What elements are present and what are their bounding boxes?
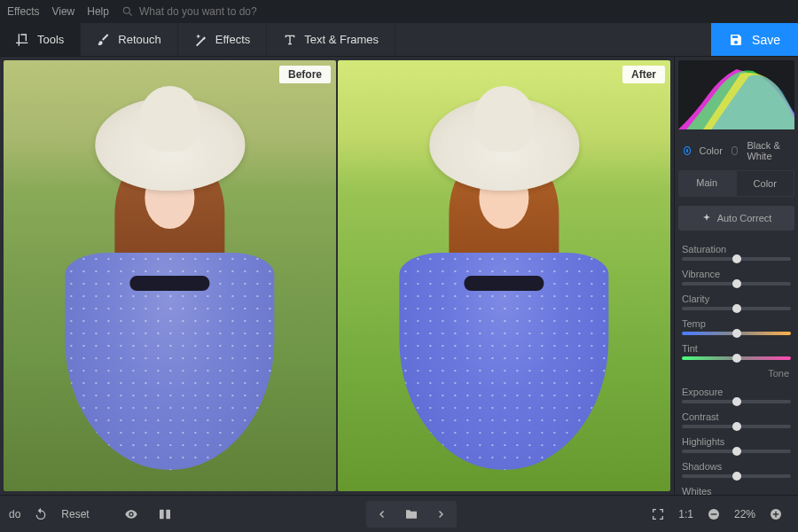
text-icon <box>283 33 297 47</box>
image-before[interactable]: Before <box>4 60 336 491</box>
histogram[interactable] <box>678 60 794 129</box>
undo-button[interactable] <box>27 501 54 528</box>
bottom-bar: do Reset 1:1 22% <box>0 495 798 532</box>
main: Before After Color Black & White Main <box>0 57 798 495</box>
slider-whites-label: Whites <box>682 486 791 495</box>
menu-effects[interactable]: Effects <box>7 5 39 18</box>
wand-icon <box>194 33 208 47</box>
crop-icon <box>16 33 30 47</box>
compare-button[interactable] <box>152 501 178 528</box>
chevron-left-icon <box>374 507 388 521</box>
before-badge: Before <box>279 66 331 83</box>
after-badge: After <box>622 66 665 83</box>
folder-icon <box>404 507 419 521</box>
undo-icon <box>34 507 48 521</box>
svg-rect-3 <box>166 509 170 519</box>
color-mode-row: Color Black & White <box>675 133 798 168</box>
subtabs: Main Color <box>678 170 794 197</box>
eye-icon <box>124 507 138 521</box>
svg-rect-8 <box>775 511 776 517</box>
tab-tools-label: Tools <box>37 33 64 46</box>
menu-bar: Effects View Help <box>0 0 798 23</box>
slider-clarity[interactable]: Clarity <box>682 293 791 310</box>
save-label: Save <box>752 33 780 47</box>
radio-bw-label: Black & White <box>747 140 789 161</box>
radio-bw[interactable] <box>732 146 739 155</box>
tab-retouch-label: Retouch <box>118 33 160 46</box>
save-icon <box>729 33 743 47</box>
svg-rect-5 <box>711 513 717 514</box>
tab-effects-label: Effects <box>215 33 251 46</box>
zoom-out-button[interactable] <box>700 501 727 528</box>
slider-shadows[interactable]: Shadows <box>682 461 791 478</box>
photo-placeholder <box>45 90 294 477</box>
browse-button[interactable] <box>396 501 426 528</box>
zoom-in-button[interactable] <box>763 501 789 528</box>
slider-exposure-label: Exposure <box>682 387 791 397</box>
tab-tools[interactable]: Tools <box>0 23 81 56</box>
nav-group <box>366 501 457 528</box>
undo-label[interactable]: do <box>9 508 20 520</box>
slider-saturation-label: Saturation <box>682 244 791 254</box>
toolbar: Tools Retouch Effects Text & Frames Save <box>0 23 798 57</box>
subtab-main[interactable]: Main <box>678 170 736 197</box>
slider-contrast-label: Contrast <box>682 411 791 422</box>
sidebar: Color Black & White Main Color Auto Corr… <box>674 57 798 495</box>
prev-image-button[interactable] <box>366 501 396 528</box>
slider-shadows-label: Shadows <box>682 461 791 472</box>
slider-highlights-label: Highlights <box>682 436 791 447</box>
search-box <box>121 5 299 18</box>
subtab-color[interactable]: Color <box>736 170 795 197</box>
plus-icon <box>769 507 783 521</box>
histogram-chart <box>678 60 794 129</box>
sparkle-icon <box>701 213 712 223</box>
svg-rect-2 <box>160 509 164 519</box>
chevron-right-icon <box>434 507 449 521</box>
tab-text-frames[interactable]: Text & Frames <box>267 23 395 56</box>
photo-placeholder <box>379 90 629 477</box>
tone-heading: Tone <box>682 368 791 379</box>
compare-icon <box>158 507 172 521</box>
slider-temp[interactable]: Temp <box>682 318 791 335</box>
menu-view[interactable]: View <box>51 5 74 18</box>
tab-effects[interactable]: Effects <box>178 23 268 56</box>
canvas: Before After <box>0 57 674 495</box>
auto-correct-button[interactable]: Auto Correct <box>678 206 794 231</box>
slider-exposure[interactable]: Exposure <box>682 387 791 403</box>
svg-line-1 <box>129 13 132 16</box>
slider-temp-label: Temp <box>682 318 791 329</box>
save-button[interactable]: Save <box>711 23 798 56</box>
slider-saturation[interactable]: Saturation <box>682 244 791 261</box>
image-after[interactable]: After <box>338 60 670 491</box>
sliders-panel: Saturation Vibrance Clarity Temp Tint To… <box>675 234 798 495</box>
minus-icon <box>707 507 721 521</box>
next-image-button[interactable] <box>426 501 457 528</box>
radio-color-label: Color <box>700 145 723 156</box>
slider-contrast[interactable]: Contrast <box>682 411 791 428</box>
slider-vibrance[interactable]: Vibrance <box>682 269 791 286</box>
slider-clarity-label: Clarity <box>682 293 791 304</box>
reset-button[interactable]: Reset <box>61 508 89 520</box>
fit-icon <box>651 507 665 521</box>
preview-button[interactable] <box>118 501 145 528</box>
search-icon <box>121 5 134 18</box>
search-input[interactable] <box>139 5 299 18</box>
svg-point-0 <box>123 7 129 13</box>
slider-highlights[interactable]: Highlights <box>682 436 791 453</box>
radio-color[interactable] <box>684 146 691 155</box>
slider-whites[interactable]: Whites <box>682 486 791 495</box>
zoom-ratio-button[interactable]: 1:1 <box>678 508 693 520</box>
zoom-percent: 22% <box>734 508 755 520</box>
menu-help[interactable]: Help <box>87 5 109 18</box>
slider-tint[interactable]: Tint <box>682 343 791 360</box>
slider-tint-label: Tint <box>682 343 791 354</box>
fit-screen-button[interactable] <box>645 501 671 528</box>
auto-correct-label: Auto Correct <box>717 213 772 223</box>
slider-vibrance-label: Vibrance <box>682 269 791 279</box>
tab-text-frames-label: Text & Frames <box>304 33 379 46</box>
tab-retouch[interactable]: Retouch <box>81 23 177 56</box>
brush-icon <box>97 33 111 47</box>
